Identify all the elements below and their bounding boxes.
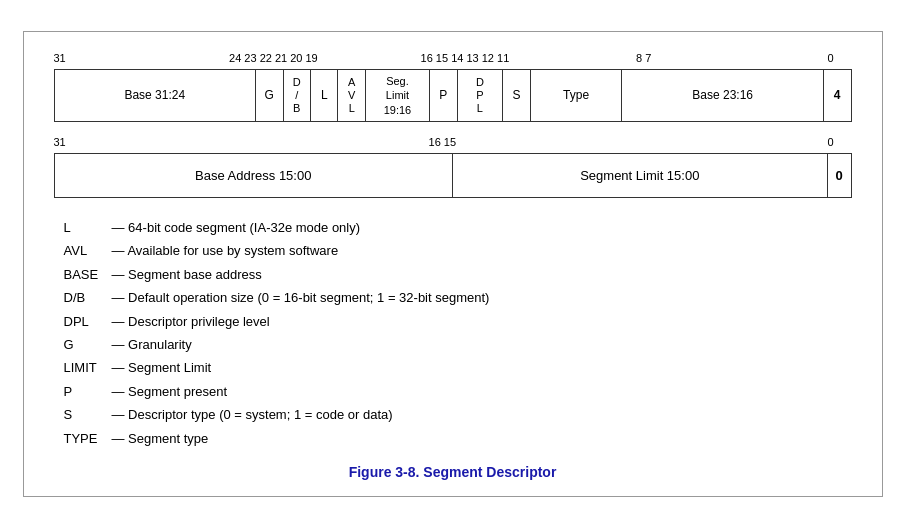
- legend-item-db: D/B — Default operation size (0 = 16-bit…: [64, 286, 852, 309]
- legend-key-s: S: [64, 403, 112, 426]
- cell-base2316: Base 23:16: [622, 70, 824, 122]
- legend-key-avl: AVL: [64, 239, 112, 262]
- row0-number-labels: 31 16 15 0: [54, 136, 852, 152]
- legend-desc-s: — Descriptor type (0 = system; 1 = code …: [112, 403, 393, 426]
- legend-key-p: P: [64, 380, 112, 403]
- legend-item-dpl: DPL — Descriptor privilege level: [64, 310, 852, 333]
- legend-desc-type: — Segment type: [112, 427, 209, 450]
- legend-item-l: L — 64-bit code segment (IA-32e mode onl…: [64, 216, 852, 239]
- cell-seglimit1500: Segment Limit 15:00: [453, 153, 828, 197]
- legend-key-l: L: [64, 216, 112, 239]
- cell-base1500: Base Address 15:00: [54, 153, 453, 197]
- row4-table: Base 31:24 G D/B L AVL Seg.Limit19:16 P …: [54, 69, 852, 122]
- legend-desc-db: — Default operation size (0 = 16-bit seg…: [112, 286, 490, 309]
- cell-dpl: DPL: [457, 70, 503, 122]
- cell-type: Type: [530, 70, 622, 122]
- legend-item-base: BASE — Segment base address: [64, 263, 852, 286]
- num-24-23: 24 23 22 21 20 19: [229, 52, 318, 64]
- cell-g: G: [256, 70, 283, 122]
- legend-desc-avl: — Available for use by system software: [112, 239, 339, 262]
- legend-key-base: BASE: [64, 263, 112, 286]
- legend-desc-limit: — Segment Limit: [112, 356, 212, 379]
- cell-rownum4: 4: [823, 70, 851, 122]
- num-31-top: 31: [54, 52, 66, 64]
- cell-l: L: [310, 70, 337, 122]
- num-8-7: 8 7: [636, 52, 651, 64]
- legend-desc-base: — Segment base address: [112, 263, 262, 286]
- cell-rownum0: 0: [827, 153, 851, 197]
- legend-item-g: G — Granularity: [64, 333, 852, 356]
- legend-desc-g: — Granularity: [112, 333, 192, 356]
- num-16-11: 16 15 14 13 12 11: [421, 52, 510, 64]
- legend-item-s: S — Descriptor type (0 = system; 1 = cod…: [64, 403, 852, 426]
- legend-key-limit: LIMIT: [64, 356, 112, 379]
- cell-avl: AVL: [338, 70, 365, 122]
- row0-table: Base Address 15:00 Segment Limit 15:00 0: [54, 153, 852, 198]
- legend-desc-l: — 64-bit code segment (IA-32e mode only): [112, 216, 361, 239]
- num-0-bot: 0: [828, 136, 834, 148]
- legend-desc-dpl: — Descriptor privilege level: [112, 310, 270, 333]
- cell-db: D/B: [283, 70, 310, 122]
- cell-p: P: [430, 70, 457, 122]
- figure-caption: Figure 3-8. Segment Descriptor: [54, 464, 852, 480]
- num-0-top: 0: [828, 52, 834, 64]
- legend-item-avl: AVL — Available for use by system softwa…: [64, 239, 852, 262]
- legend-item-type: TYPE — Segment type: [64, 427, 852, 450]
- legend-key-g: G: [64, 333, 112, 356]
- row4-number-labels: 31 24 23 22 21 20 19 16 15 14 13 12 11 8…: [54, 52, 852, 68]
- cell-seglimit: Seg.Limit19:16: [365, 70, 429, 122]
- legend-key-db: D/B: [64, 286, 112, 309]
- figure-container: 31 24 23 22 21 20 19 16 15 14 13 12 11 8…: [23, 31, 883, 497]
- legend-item-p: P — Segment present: [64, 380, 852, 403]
- legend-desc-p: — Segment present: [112, 380, 228, 403]
- legend-key-dpl: DPL: [64, 310, 112, 333]
- legend-key-type: TYPE: [64, 427, 112, 450]
- legend-item-limit: LIMIT — Segment Limit: [64, 356, 852, 379]
- num-16-15: 16 15: [429, 136, 457, 148]
- num-31-bot: 31: [54, 136, 66, 148]
- cell-s: S: [503, 70, 530, 122]
- legend: L — 64-bit code segment (IA-32e mode onl…: [54, 216, 852, 450]
- cell-base3124: Base 31:24: [54, 70, 256, 122]
